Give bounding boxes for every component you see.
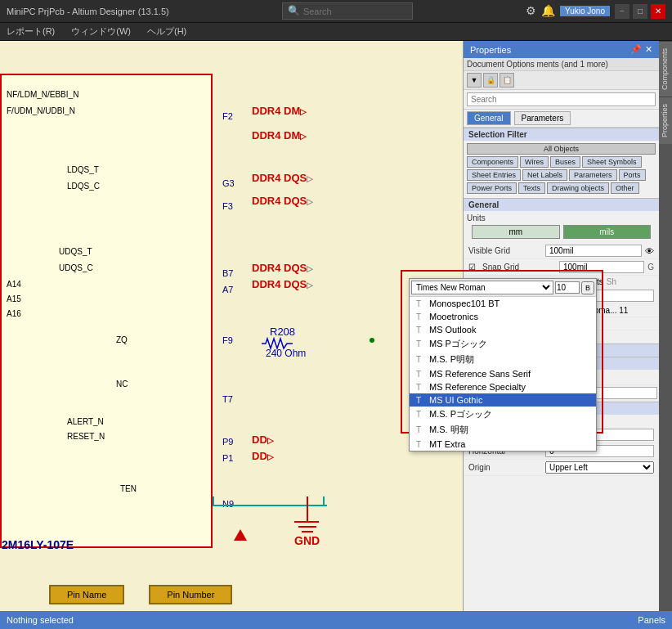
visible-grid-row: Visible Grid 👁 <box>464 243 659 259</box>
font-item-ms-ref-spec[interactable]: T MS Reference Specialty <box>410 380 596 393</box>
filter-ports[interactable]: Ports <box>619 169 646 181</box>
pin-icon[interactable]: 📌 <box>630 44 642 55</box>
font-type-icon: T <box>416 396 426 405</box>
pin-num-f2: F2 <box>222 111 233 121</box>
pin-num-p1: P1 <box>222 453 233 463</box>
properties-tab[interactable]: Properties <box>659 97 672 144</box>
general-tab[interactable]: General <box>467 111 511 125</box>
pin-udm: F/UDM_N/UDBI_N <box>7 106 75 115</box>
font-type-icon: T <box>416 440 426 449</box>
font-name: MS UI Gothic <box>429 395 482 405</box>
props-search <box>464 90 659 110</box>
copy-icon[interactable]: 📋 <box>500 73 514 88</box>
settings-icon[interactable]: ⚙ <box>526 4 536 18</box>
font-bold-button[interactable]: B <box>581 281 594 294</box>
pin-udqs-c: UDQS_C <box>59 263 93 272</box>
pin-name-button[interactable]: Pin Name <box>49 585 124 604</box>
font-select[interactable]: Times New Roman <box>411 281 553 294</box>
props-close-icon[interactable]: ✕ <box>645 44 652 55</box>
unit-mm[interactable]: mm <box>472 225 560 239</box>
props-title: Properties <box>470 45 511 55</box>
menu-reports[interactable]: レポート(R) <box>3 24 58 39</box>
font-item-ms-ui-gothic[interactable]: T MS UI Gothic <box>410 393 596 407</box>
filter-icon[interactable]: ▼ <box>467 73 482 88</box>
schematic-area[interactable]: NF/LDM_N/EBBI_N F/UDM_N/UDBI_N LDQS_T LD… <box>0 41 463 629</box>
search-input[interactable] <box>303 7 410 16</box>
filter-all-objects[interactable]: All Objects <box>467 143 656 155</box>
maximize-button[interactable]: □ <box>633 4 647 19</box>
pin-ldqs-t: LDQS_T <box>67 165 99 174</box>
props-nav: General Parameters <box>464 110 659 128</box>
ddr-dqs4: DDR4 DQS▷ <box>252 278 313 290</box>
filter-section: All Objects Components Wires Buses Sheet… <box>464 141 659 198</box>
font-item-ms-pmincho[interactable]: T M.S. P明朝 <box>410 352 596 367</box>
search-box[interactable]: 🔍 <box>282 2 413 20</box>
props-header-controls: 📌 ✕ <box>630 44 652 55</box>
filter-texts[interactable]: Texts <box>518 182 545 194</box>
bottom-buttons: Pin Name Pin Number <box>49 585 232 604</box>
font-name: MS Reference Specialty <box>429 382 526 392</box>
filter-sheet-symbols[interactable]: Sheet Symbols <box>582 156 642 168</box>
minimize-button[interactable]: − <box>615 4 629 19</box>
pin-a16: A16 <box>7 309 21 318</box>
filter-sheet-entries[interactable]: Sheet Entries <box>467 169 521 181</box>
parameters-tab[interactable]: Parameters <box>514 111 571 125</box>
font-item-mooetronics[interactable]: T Mooetronics <box>410 310 596 323</box>
filter-parameters[interactable]: Parameters <box>569 169 617 181</box>
snap-checkbox[interactable]: ☑ <box>468 263 476 272</box>
props-toolbar: ▼ 🔒 📋 <box>464 71 659 90</box>
filter-drawing[interactable]: Drawing objects <box>547 182 609 194</box>
font-item-ms-ref-sans[interactable]: T MS Reference Sans Serif <box>410 367 596 380</box>
ddr-dqs3: DDR4 DQS▷ <box>252 262 313 274</box>
menubar: レポート(R) ウィンドウ(W) ヘルプ(H) <box>0 23 672 41</box>
bell-icon[interactable]: 🔔 <box>541 4 555 18</box>
user-badge[interactable]: Yukio Jono <box>560 6 610 16</box>
visible-icon: 👁 <box>645 246 654 256</box>
component-name: 2M16LY-107E <box>2 538 74 551</box>
pin-num-f9: F9 <box>222 335 233 345</box>
filter-all-row: All Objects <box>467 143 656 155</box>
menu-help[interactable]: ヘルプ(H) <box>144 24 190 39</box>
font-item-ms-mincho[interactable]: T M.S. 明朝 <box>410 422 596 438</box>
origin-select[interactable]: Upper Left <box>545 461 654 474</box>
resistor-label: R208 <box>270 326 295 338</box>
origin-row: Origin Upper Left <box>464 460 659 476</box>
filter-net-labels[interactable]: Net Labels <box>522 169 567 181</box>
components-tab[interactable]: Components <box>659 41 672 97</box>
lock-icon[interactable]: 🔒 <box>483 73 498 88</box>
filter-buses[interactable]: Buses <box>550 156 580 168</box>
font-item-mt-extra[interactable]: T MT Extra <box>410 438 596 451</box>
filter-wires[interactable]: Wires <box>520 156 549 168</box>
unit-mils[interactable]: mils <box>563 225 652 239</box>
font-item-ms-pgothic[interactable]: T MS Pゴシック <box>410 336 596 352</box>
pin-num-t7: T7 <box>222 394 233 404</box>
filter-components[interactable]: Components <box>467 156 518 168</box>
filter-power-ports[interactable]: Power Ports <box>467 182 517 194</box>
origin-label: Origin <box>468 463 542 472</box>
font-size-input[interactable] <box>555 281 580 294</box>
visible-grid-input[interactable] <box>545 245 642 257</box>
font-name: M.S. Pゴシック <box>429 408 492 420</box>
wire-teal-v <box>213 496 214 506</box>
statusbar: Nothing selected Panels <box>0 611 672 629</box>
search-icon: 🔍 <box>288 5 300 17</box>
close-button[interactable]: ✕ <box>651 4 665 19</box>
font-item-monospec[interactable]: T Monospec101 BT <box>410 297 596 310</box>
status-right: Panels <box>638 615 665 625</box>
menu-window[interactable]: ウィンドウ(W) <box>68 24 134 39</box>
font-item-ms-outlook[interactable]: T MS Outlook <box>410 323 596 336</box>
ddr-dd2: DD▷ <box>252 450 274 462</box>
font-item-ms-tgothic[interactable]: T M.S. Pゴシック <box>410 407 596 422</box>
titlebar-icons: ⚙ 🔔 Yukio Jono − □ ✕ <box>526 4 665 19</box>
pin-a15: A15 <box>7 294 21 303</box>
props-search-input[interactable] <box>467 92 656 106</box>
window-controls: − □ ✕ <box>615 4 665 19</box>
snap-grid-input[interactable] <box>559 261 644 273</box>
props-header: Properties 📌 ✕ <box>464 41 659 58</box>
pin-number-button[interactable]: Pin Number <box>149 585 232 604</box>
ddr-dqs2: DDR4 DQS▷ <box>252 195 313 207</box>
pin-num-b7: B7 <box>222 268 233 278</box>
filter-row3: Power Ports Texts Drawing objects Other <box>467 182 656 194</box>
filter-other[interactable]: Other <box>611 182 639 194</box>
pin-udqs-t: UDQS_T <box>59 247 92 256</box>
